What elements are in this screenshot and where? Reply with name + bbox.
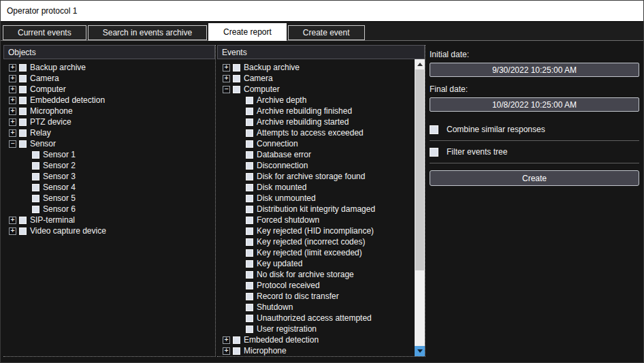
tree-node[interactable]: +Video capture device [3,225,215,236]
tree-node[interactable]: Unauthorized access attempted [217,313,425,323]
combine-similar-responses-row[interactable]: Combine similar responses [430,119,639,141]
expand-icon[interactable]: + [9,86,16,93]
tree-node[interactable]: Sensor 5 [3,193,215,204]
expand-icon[interactable]: + [9,75,16,82]
tree-node[interactable]: Sensor 6 [3,204,215,215]
expand-icon[interactable]: + [223,64,230,72]
checkbox[interactable] [19,86,27,93]
tree-node[interactable]: Disk for archive storage found [217,171,425,182]
scrollbar-thumb[interactable] [415,69,424,270]
checkbox[interactable] [233,347,240,355]
tree-node[interactable]: +Microphone [217,345,425,356]
tree-node[interactable]: Key rejected (HID incompliance) [217,225,425,236]
expand-icon[interactable]: + [9,217,16,224]
tree-node[interactable]: −Computer [217,84,425,95]
checkbox[interactable] [246,97,253,104]
tree-node[interactable]: Sensor 4 [3,182,215,193]
tree-node[interactable]: Key rejected (incorrect codes) [217,236,425,247]
tree-node[interactable]: Connection [217,138,425,149]
checkbox[interactable] [233,75,240,82]
tree-node[interactable]: +SIP-terminal [3,215,215,225]
checkbox[interactable] [233,336,240,344]
tab-create-event[interactable]: Create event [288,25,365,40]
tree-node[interactable]: No disk for archive storage [217,269,425,280]
tree-node[interactable]: +Camera [3,73,215,84]
scroll-up-button[interactable] [415,59,425,69]
checkbox[interactable] [19,97,27,104]
tree-node[interactable]: +Microphone [3,106,215,116]
tab-current-events[interactable]: Current events [3,25,86,40]
tree-node[interactable]: Disk mounted [217,182,425,193]
tree-node[interactable]: Sensor 2 [3,160,215,171]
tree-node[interactable]: Database error [217,149,425,160]
checkbox[interactable] [246,304,253,311]
tree-node[interactable]: Archive rebuilding finished [217,106,425,116]
expand-icon[interactable]: + [223,347,230,355]
checkbox[interactable] [246,184,253,191]
tab-create-report[interactable]: Create report [208,23,287,41]
checkbox[interactable] [19,119,27,126]
tree-node[interactable]: Forced shutdown [217,215,425,225]
checkbox[interactable] [246,282,253,289]
expand-icon[interactable]: + [9,64,16,72]
checkbox[interactable] [233,86,240,93]
checkbox[interactable] [19,75,27,82]
checkbox[interactable] [19,64,27,72]
checkbox[interactable] [246,260,253,268]
filter-events-tree-row[interactable]: Filter events tree [430,141,639,163]
tab-search-in-events-archive[interactable]: Search in events archive [88,25,207,40]
checkbox[interactable] [246,227,253,235]
collapse-icon[interactable]: − [223,86,230,93]
tree-node[interactable]: +Backup archive [217,62,425,73]
tree-node[interactable]: Distribution kit integrity damaged [217,204,425,215]
checkbox[interactable] [19,108,27,115]
tree-node[interactable]: Record to disc transfer [217,291,425,302]
checkbox[interactable] [32,151,39,159]
checkbox[interactable] [32,184,39,191]
checkbox[interactable] [32,206,39,213]
tree-node[interactable]: +Backup archive [3,62,215,73]
combine-similar-responses-checkbox[interactable] [430,125,438,134]
collapse-icon[interactable]: − [9,140,16,148]
checkbox[interactable] [246,119,253,126]
scroll-down-button[interactable] [415,346,425,356]
checkbox[interactable] [246,293,253,300]
checkbox[interactable] [246,315,253,322]
checkbox[interactable] [233,64,240,72]
tree-node[interactable]: Key rejected (limit exceeded) [217,247,425,258]
tree-node[interactable]: +Camera [217,73,425,84]
checkbox[interactable] [246,173,253,180]
checkbox[interactable] [246,249,253,257]
expand-icon[interactable]: + [223,336,230,344]
checkbox[interactable] [32,173,39,180]
expand-icon[interactable]: + [9,119,16,126]
tree-node[interactable]: +Computer [3,84,215,95]
tree-node[interactable]: Attempts to access exceeded [217,127,425,138]
checkbox[interactable] [246,206,253,213]
tree-node[interactable]: +Relay [3,127,215,138]
checkbox[interactable] [246,326,253,333]
checkbox[interactable] [246,129,253,137]
tree-node[interactable]: Archive rebuilding started [217,116,425,127]
tree-node[interactable]: User registration [217,323,425,334]
tree-node[interactable]: Disconnection [217,160,425,171]
tree-node[interactable]: Archive depth [217,95,425,106]
filter-events-tree-checkbox[interactable] [430,148,438,157]
checkbox[interactable] [246,195,253,202]
tree-node[interactable]: Disk unmounted [217,193,425,204]
initial-date-field[interactable]: 9/30/2022 10:25:00 AM [430,63,639,77]
expand-icon[interactable]: + [9,97,16,104]
checkbox[interactable] [246,108,253,115]
create-button[interactable]: Create [430,170,639,186]
checkbox[interactable] [246,217,253,224]
checkbox[interactable] [246,271,253,279]
expand-icon[interactable]: + [9,129,16,137]
checkbox[interactable] [19,217,27,224]
tree-node[interactable]: Key updated [217,258,425,269]
checkbox[interactable] [246,140,253,148]
tree-node[interactable]: Sensor 1 [3,149,215,160]
tree-node[interactable]: +PTZ device [3,116,215,127]
checkbox[interactable] [246,238,253,246]
expand-icon[interactable]: + [9,227,16,235]
checkbox[interactable] [19,129,27,137]
